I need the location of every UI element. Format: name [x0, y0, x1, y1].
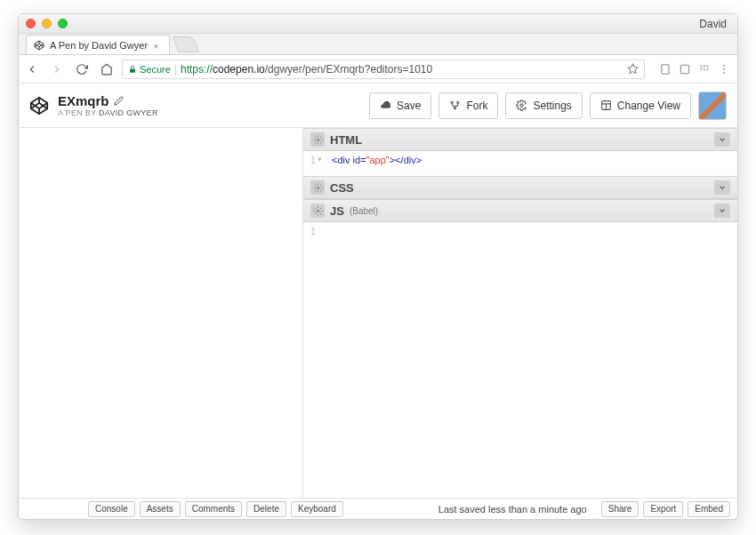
window-maximize-button[interactable] [58, 19, 68, 28]
star-icon[interactable] [627, 63, 639, 75]
pen-author-link[interactable]: David Gwyer [99, 108, 158, 117]
browser-toolbar: Secure | https://codepen.io/dgwyer/pen/E… [19, 55, 737, 84]
footer-bar: Console Assets Comments Delete Keyboard … [19, 498, 737, 519]
fork-button[interactable]: Fork [438, 92, 498, 119]
html-panel-settings[interactable] [310, 132, 325, 147]
save-button[interactable]: Save [369, 92, 431, 119]
evernote-icon[interactable] [659, 63, 672, 76]
html-editor[interactable]: 1▾ <div id="app"></div> [303, 151, 737, 176]
svg-point-20 [454, 108, 456, 109]
browser-tab[interactable]: A Pen by David Gwyer × [26, 35, 170, 54]
svg-rect-11 [706, 68, 708, 69]
layout-icon [600, 100, 612, 111]
css-panel-collapse[interactable] [714, 180, 730, 195]
share-button[interactable]: Share [601, 501, 639, 517]
embed-button[interactable]: Embed [688, 501, 730, 517]
css-panel-label: CSS [330, 181, 354, 195]
svg-rect-8 [706, 65, 708, 67]
mac-title-bar: David [19, 14, 737, 34]
svg-rect-10 [704, 68, 705, 69]
html-panel-header[interactable]: HTML [303, 128, 737, 151]
gear-icon [313, 183, 323, 193]
tab-title: A Pen by David Gwyer [50, 40, 148, 51]
svg-rect-5 [680, 65, 688, 73]
js-panel-collapse[interactable] [714, 204, 730, 218]
secure-indicator: Secure [128, 64, 171, 75]
save-status: Last saved less than a minute ago [438, 504, 587, 515]
keyboard-button[interactable]: Keyboard [291, 501, 343, 517]
svg-rect-6 [700, 65, 702, 67]
svg-point-21 [520, 104, 523, 107]
js-panel-label: JS [330, 204, 344, 218]
cloud-icon [380, 100, 391, 111]
svg-point-27 [317, 210, 319, 212]
delete-button[interactable]: Delete [246, 501, 286, 517]
codepen-header: EXmqrb A PEN BY David Gwyer Save Fork Se… [19, 84, 737, 128]
svg-rect-7 [704, 65, 705, 67]
css-panel-settings[interactable] [310, 180, 325, 195]
menu-icon[interactable] [718, 63, 730, 76]
address-bar[interactable]: Secure | https://codepen.io/dgwyer/pen/E… [122, 60, 645, 79]
html-panel-collapse[interactable] [714, 132, 730, 147]
svg-rect-3 [130, 68, 135, 72]
avatar[interactable] [698, 92, 727, 120]
svg-point-26 [317, 187, 319, 189]
html-panel-label: HTML [330, 133, 362, 147]
url-path: /dgwyer/pen/EXmqrb?editors=1010 [265, 63, 432, 76]
gear-icon [313, 206, 323, 216]
export-button[interactable]: Export [643, 501, 683, 517]
fork-icon [449, 100, 461, 111]
tab-close-icon[interactable]: × [153, 41, 162, 50]
svg-point-14 [723, 72, 725, 74]
pen-subtitle-prefix: A PEN BY [58, 108, 99, 117]
reload-button[interactable] [76, 63, 88, 76]
js-panel-header[interactable]: JS (Babel) [303, 199, 737, 222]
chevron-down-icon [718, 135, 727, 144]
svg-rect-9 [700, 68, 702, 69]
svg-marker-4 [628, 64, 638, 73]
svg-point-12 [723, 64, 725, 66]
user-menu[interactable]: David [699, 18, 730, 30]
browser-tab-strip: A Pen by David Gwyer × [19, 34, 737, 55]
chevron-down-icon [718, 183, 727, 192]
new-tab-button[interactable] [173, 36, 200, 52]
comments-button[interactable]: Comments [185, 501, 242, 517]
codepen-logo-icon[interactable] [29, 96, 49, 116]
chevron-down-icon [718, 206, 727, 215]
html-code-line: <div id="app"></div> [332, 155, 422, 172]
window-minimize-button[interactable] [42, 19, 52, 28]
js-panel-settings[interactable] [310, 204, 325, 218]
window-close-button[interactable] [26, 19, 36, 28]
url-host: codepen.io [213, 63, 265, 76]
css-panel-header[interactable]: CSS [303, 176, 737, 199]
matrix-icon[interactable] [698, 63, 711, 76]
forward-button[interactable] [51, 63, 63, 76]
gear-icon [516, 100, 527, 111]
gear-icon [313, 135, 323, 145]
svg-point-18 [452, 101, 454, 103]
edit-icon[interactable] [114, 96, 124, 106]
svg-point-19 [457, 101, 459, 103]
settings-button[interactable]: Settings [505, 92, 582, 119]
url-protocol: https:// [181, 63, 213, 76]
preview-pane [19, 128, 303, 498]
console-button[interactable]: Console [88, 501, 135, 517]
home-button[interactable] [101, 63, 113, 76]
pen-title[interactable]: EXmqrb [58, 93, 109, 108]
extension-icon[interactable] [679, 63, 691, 76]
change-view-button[interactable]: Change View [590, 92, 691, 119]
fold-icon[interactable]: ▾ [318, 155, 322, 164]
back-button[interactable] [26, 63, 38, 76]
svg-point-13 [723, 68, 725, 70]
assets-button[interactable]: Assets [140, 501, 181, 517]
svg-point-25 [317, 139, 319, 141]
js-preprocessor-label: (Babel) [350, 206, 378, 216]
lock-icon [128, 65, 137, 74]
codepen-favicon-icon [34, 40, 44, 51]
js-editor[interactable]: 1 [303, 222, 737, 498]
